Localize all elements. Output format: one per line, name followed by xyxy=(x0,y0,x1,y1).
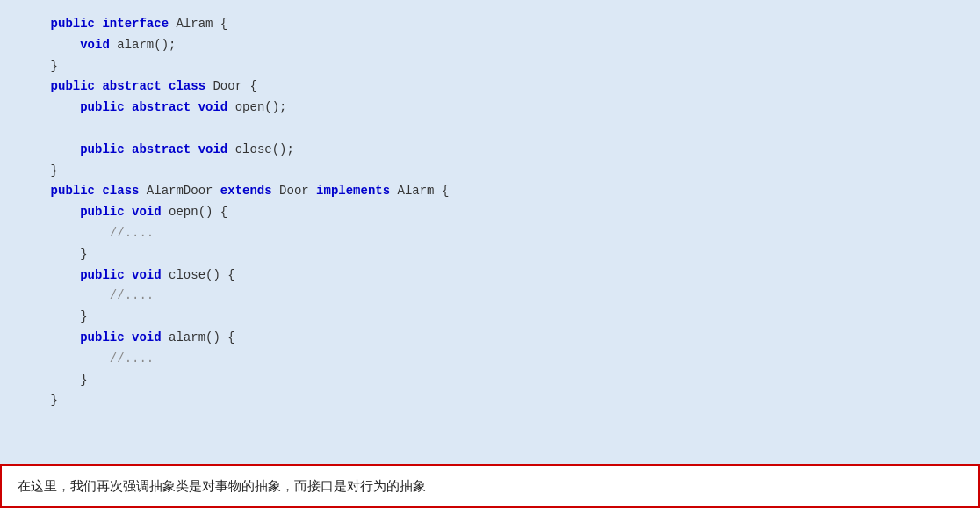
code-line: } xyxy=(21,161,959,182)
code-line xyxy=(21,119,959,140)
code-line: public void oepn() { xyxy=(21,202,959,223)
code-line: } xyxy=(21,390,959,411)
code-line: //.... xyxy=(21,286,959,307)
code-line: void alarm(); xyxy=(21,35,959,56)
code-line: } xyxy=(21,307,959,328)
code-line: //.... xyxy=(21,223,959,244)
code-line: } xyxy=(21,370,959,391)
note-box: 在这里，我们再次强调抽象类是对事物的抽象，而接口是对行为的抽象 xyxy=(0,464,980,509)
code-line: public abstract void open(); xyxy=(21,98,959,119)
code-block: public interface Alram { void alarm(); }… xyxy=(21,14,959,411)
code-line: public abstract void close(); xyxy=(21,140,959,161)
code-container: public interface Alram { void alarm(); }… xyxy=(0,0,980,464)
code-line: public interface Alram { xyxy=(21,14,959,35)
note-text: 在这里，我们再次强调抽象类是对事物的抽象，而接口是对行为的抽象 xyxy=(18,476,426,497)
code-line: //.... xyxy=(21,349,959,370)
code-line: public abstract class Door { xyxy=(21,76,959,98)
code-line: public void close() { xyxy=(21,265,959,287)
code-line: public class AlarmDoor extends Door impl… xyxy=(21,181,959,202)
code-line: } xyxy=(21,244,959,265)
code-line: public void alarm() { xyxy=(21,328,959,349)
code-line: } xyxy=(21,56,959,77)
